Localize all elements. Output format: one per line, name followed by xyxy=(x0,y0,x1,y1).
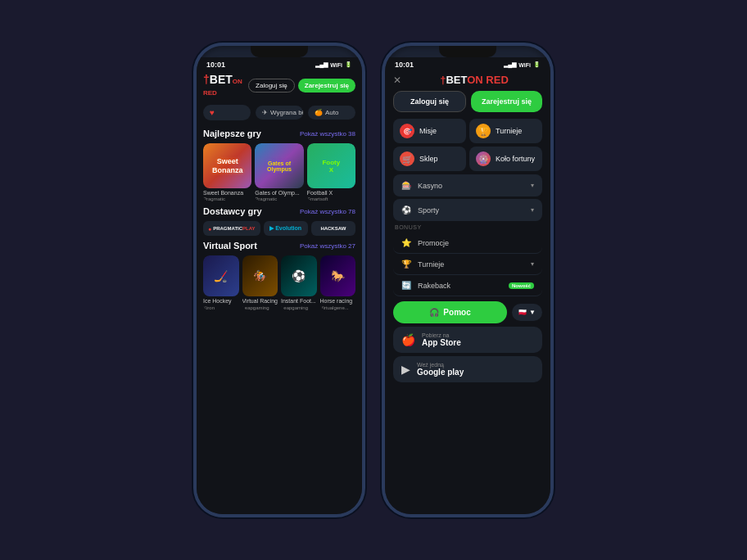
promocje-label: Promocje xyxy=(418,239,534,247)
misje-label: Misje xyxy=(419,127,437,135)
pomoc-button[interactable]: 🎧 Pomoc xyxy=(393,301,507,323)
kasyno-icon: 🎰 xyxy=(401,181,411,190)
app-store-button[interactable]: 🍎 Pobierz na App Store xyxy=(393,327,542,353)
right-login-button[interactable]: Zaloguj się xyxy=(393,91,466,112)
right-time: 10:01 xyxy=(395,61,414,69)
pomoc-row: 🎧 Pomoc 🇵🇱 ▼ xyxy=(393,301,542,323)
racing-thumb: 🏇 xyxy=(242,255,278,296)
left-logo: †BETONRED xyxy=(203,74,242,97)
left-screen: 10:01 ▂▄▆ WiFi 🔋 †BETONRED Zaloguj się Z… xyxy=(197,57,362,514)
flag-icon: 🇵🇱 xyxy=(518,309,527,316)
left-status-bar: 10:01 ▂▄▆ WiFi 🔋 xyxy=(197,57,362,70)
quick-win-label: Wygrana błyskawiczna xyxy=(270,109,303,116)
kasyno-item[interactable]: 🎰 Kasyno ▾ xyxy=(393,174,542,196)
menu-icons-grid: 🎯 Misje 🏆 Turnieje 🛒 Sklep 🎡 Koło fortun… xyxy=(393,119,542,171)
quick-icons-row: ♥ ✈ Wygrana błyskawiczna 🍊 Auto xyxy=(203,102,355,125)
horse-icon: 🐎 xyxy=(331,269,345,282)
lang-button[interactable]: 🇵🇱 ▼ xyxy=(512,304,542,321)
lang-arrow-icon: ▼ xyxy=(529,309,536,316)
misje-icon: 🎯 xyxy=(400,124,414,138)
quick-win-btn[interactable]: ✈ Wygrana błyskawiczna xyxy=(256,106,303,120)
football-thumb: FootyX xyxy=(307,143,355,188)
wifi-icon: WiFi xyxy=(330,62,342,68)
providers-header: Dostawcy gry Pokaż wszystko 78 xyxy=(203,206,355,216)
google-play-button[interactable]: ▶ Weź jedną Google play xyxy=(393,356,542,382)
sklep-label: Sklep xyxy=(419,155,438,163)
game-card-olympus[interactable]: Gates ofOlympus Gates of Olymp... Pragma… xyxy=(255,143,303,201)
app-store-small: Pobierz na xyxy=(422,332,461,338)
games-grid: SweetBonanza Sweet Bonanza Pragmatic Gat… xyxy=(203,143,355,201)
sporty-icon: ⚽ xyxy=(401,205,411,215)
right-battery-icon: 🔋 xyxy=(533,61,541,68)
promocje-item[interactable]: ⭐ Promocje xyxy=(393,233,542,254)
auto-btn[interactable]: 🍊 Auto xyxy=(308,106,355,120)
left-login-button[interactable]: Zaloguj się xyxy=(248,79,295,93)
show-all-providers[interactable]: Pokaż wszystko 78 xyxy=(300,208,355,215)
pragmatic-provider[interactable]: ● PRAGMATICPLAY xyxy=(203,221,260,236)
providers-row: ● PRAGMATICPLAY ▶ Evolution HACKSAW xyxy=(203,221,355,236)
google-play-icon: ▶ xyxy=(401,363,410,376)
virtual-horse[interactable]: 🐎 Horse racing Virtualgene... xyxy=(320,255,356,309)
show-all-games[interactable]: Pokaż wszystko 38 xyxy=(300,130,355,138)
bonusy-label: BONUSY xyxy=(393,224,542,230)
turnieje-item[interactable]: 🏆 Turnieje xyxy=(469,119,542,143)
turnieje-bonus-icon: 🏆 xyxy=(401,260,411,269)
hacksaw-provider[interactable]: HACKSAW xyxy=(311,221,355,236)
olympus-title: Gates of Olymp... xyxy=(255,190,303,196)
game-card-football[interactable]: FootyX Football X Smartsoft xyxy=(307,143,355,201)
kasyno-label: Kasyno xyxy=(418,182,524,190)
sklep-icon: 🛒 xyxy=(400,151,414,166)
google-play-label: Google play xyxy=(417,368,464,377)
kolo-fortuny-item[interactable]: 🎡 Koło fortuny xyxy=(469,147,542,171)
virtual-header: Virtual Sport Pokaż wszystko 27 xyxy=(203,241,355,251)
sporty-item[interactable]: ⚽ Sporty ▾ xyxy=(393,199,542,221)
rakeback-label: Rakeback xyxy=(418,282,502,290)
right-status-bar: 10:01 ▂▄▆ WiFi 🔋 xyxy=(385,57,550,70)
virtual-football[interactable]: ⚽ Instant Foot... Leapgaming xyxy=(281,255,317,309)
right-register-button[interactable]: Zarejestruj się xyxy=(471,91,542,112)
right-phone: 10:01 ▂▄▆ WiFi 🔋 ✕ †BETON RED Zaloguj si… xyxy=(382,43,554,517)
favorites-icon-btn[interactable]: ♥ xyxy=(203,105,251,120)
heart-icon: ♥ xyxy=(210,108,215,117)
bonanza-title: Sweet Bonanza xyxy=(203,190,251,196)
football2-thumb: ⚽ xyxy=(281,255,317,296)
signal-icon: ▂▄▆ xyxy=(315,61,328,68)
turnieje-bonus-item[interactable]: 🏆 Turnieje ▾ xyxy=(393,254,542,275)
olympus-thumb: Gates ofOlympus xyxy=(255,143,303,188)
right-wifi-icon: WiFi xyxy=(518,62,531,68)
kolo-label: Koło fortuny xyxy=(496,155,535,163)
evolution-provider[interactable]: ▶ Evolution xyxy=(264,221,308,236)
providers-title: Dostawcy gry xyxy=(203,206,262,216)
left-register-button[interactable]: Zarejestruj się xyxy=(298,79,355,93)
football-title: Football X xyxy=(307,190,355,196)
apple-icon: 🍎 xyxy=(401,333,415,346)
virtual-title: Virtual Sport xyxy=(203,241,257,251)
olympus-provider: Pragmatic xyxy=(255,196,303,201)
pomoc-label: Pomoc xyxy=(443,308,470,317)
right-screen: 10:01 ▂▄▆ WiFi 🔋 ✕ †BETON RED Zaloguj si… xyxy=(385,57,550,514)
right-notch xyxy=(439,46,496,57)
promocje-icon: ⭐ xyxy=(401,238,411,247)
bonanza-provider: Pragmatic xyxy=(203,196,251,201)
new-badge: Nowość xyxy=(509,282,534,289)
left-status-icons: ▂▄▆ WiFi 🔋 xyxy=(315,61,352,68)
battery-icon: 🔋 xyxy=(345,61,352,68)
sporty-arrow-icon: ▾ xyxy=(531,206,534,214)
virtual-hockey[interactable]: 🏒 Ice Hockey Kiron xyxy=(203,255,239,309)
turnieje-label: Turnieje xyxy=(496,127,522,135)
virtual-racing[interactable]: 🏇 Virtual Racing Leapgaming xyxy=(242,255,278,309)
right-logo: †BETON RED xyxy=(406,74,542,86)
sklep-item[interactable]: 🛒 Sklep xyxy=(393,147,466,171)
left-notch xyxy=(251,46,308,57)
show-all-virtual[interactable]: Pokaż wszystko 27 xyxy=(300,242,355,250)
racing-icon: 🏇 xyxy=(253,269,267,282)
bonanza-thumb: SweetBonanza xyxy=(203,143,251,188)
game-card-bonanza[interactable]: SweetBonanza Sweet Bonanza Pragmatic xyxy=(203,143,251,201)
rakeback-item[interactable]: 🔄 Rakeback Nowość xyxy=(393,275,542,296)
close-button[interactable]: ✕ xyxy=(393,75,401,86)
best-games-title: Najlepsze gry xyxy=(203,129,261,138)
right-status-icons: ▂▄▆ WiFi 🔋 xyxy=(504,61,541,68)
turnieje-bonus-label: Turnieje xyxy=(418,260,524,269)
hockey-icon: 🏒 xyxy=(214,269,228,282)
misje-item[interactable]: 🎯 Misje xyxy=(393,119,466,143)
